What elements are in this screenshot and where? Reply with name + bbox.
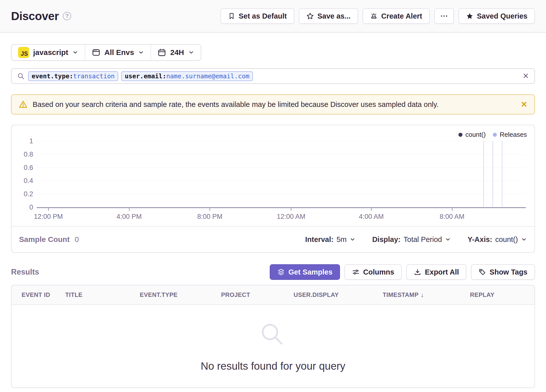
column-header-event-id[interactable]: EVENT ID [22,291,65,298]
sampled-data-warning-banner: Based on your search criteria and sample… [11,94,535,114]
tag-icon [479,268,486,276]
ellipsis-icon [440,12,448,20]
more-options-button[interactable] [434,8,454,24]
saved-queries-button[interactable]: Saved Queries [458,8,535,24]
empty-state: No results found for your query [12,305,534,388]
set-as-default-button[interactable]: Set as Default [221,8,294,24]
releases-legend-dot-icon [493,133,497,137]
gridline [37,141,526,141]
results-table-header-row: EVENT ID TITLE EVENT.TYPE PROJECT USER.D… [12,285,534,305]
count-legend-dot-icon [458,133,462,137]
x-axis-tick [129,208,129,211]
y-axis-tick-label: 0.8 [14,150,33,158]
results-header: Results Get Samples Columns Export All S… [11,264,535,280]
search-token[interactable]: event.type:transaction [28,71,118,81]
y-axis-tick-label: 0.6 [14,164,33,171]
warning-triangle-icon [19,100,28,109]
x-axis-tick [48,208,49,211]
y-axis-select[interactable]: Y-Axis: count() [467,235,527,244]
environment-filter[interactable]: All Envs [85,45,151,60]
chart-legend: count() Releases [458,131,527,139]
time-range-filter[interactable]: 24H [151,45,200,60]
x-axis-tick-label: 8:00 AM [440,213,464,221]
sample-count: Sample Count 0 [19,235,79,244]
display-select[interactable]: Display: Total Period [372,235,451,244]
chevron-down-icon [521,236,527,242]
x-axis-tick-label: 12:00 AM [277,213,305,221]
x-axis-tick [452,208,452,211]
chevron-down-icon [188,49,194,55]
legend-item-releases[interactable]: Releases [493,131,527,139]
search-token[interactable]: user.email:name.surname@email.com [121,71,253,81]
gridline [37,168,526,168]
bookmark-icon [228,13,235,20]
gridline [37,181,526,181]
export-all-button[interactable]: Export All [406,264,466,280]
sample-count-value: 0 [75,235,79,244]
warning-message: Based on your search criteria and sample… [33,100,516,109]
create-alert-button[interactable]: Create Alert [363,8,430,24]
x-axis-tick [210,208,210,211]
show-tags-button[interactable]: Show Tags [471,264,535,280]
dismiss-warning-icon[interactable]: ✕ [521,100,527,108]
star-filled-icon [466,12,473,20]
layers-icon [277,268,285,276]
x-axis-tick-label: 4:00 PM [116,213,142,221]
interval-select[interactable]: Interval: 5m [305,235,356,244]
page-filter-bar: JS javascript All Envs 24H [11,44,201,61]
save-as-button[interactable]: Save as... [299,8,358,24]
chevron-down-icon [72,49,78,55]
chart-plot-area[interactable]: 10.80.60.40.2012:00 PM4:00 PM8:00 PM12:0… [37,141,526,208]
legend-item-count[interactable]: count() [458,131,486,139]
chart-footer: Sample Count 0 Interval: 5m Display: Tot… [12,226,534,252]
clear-search-icon[interactable]: ✕ [523,72,529,80]
header-actions: Set as Default Save as... Create Alert S… [221,8,535,24]
release-marker-line [483,141,484,208]
gridline [37,194,526,194]
release-marker-line [502,141,502,208]
x-axis-tick [291,208,291,211]
x-axis-tick [371,208,372,211]
results-table: EVENT ID TITLE EVENT.TYPE PROJECT USER.D… [11,285,535,388]
project-filter-label: javascript [33,48,68,57]
calendar-icon [158,48,166,57]
chevron-down-icon [445,236,451,242]
page-header: Discover ? Set as Default Save as... Cre… [0,0,546,33]
chevron-down-icon [350,236,356,242]
column-header-title[interactable]: TITLE [65,291,140,298]
sort-descending-icon: ↓ [421,291,424,299]
results-title: Results [11,268,39,277]
column-header-event-type[interactable]: EVENT.TYPE [140,291,221,298]
x-axis-tick-label: 12:00 PM [34,213,63,221]
column-header-project[interactable]: PROJECT [221,291,294,298]
empty-state-message: No results found for your query [201,360,346,372]
empty-search-icon [259,321,287,349]
chevron-down-icon [138,49,144,55]
sliders-icon [352,268,360,276]
gridline [37,154,526,155]
get-samples-button[interactable]: Get Samples [270,264,340,280]
y-axis-tick-label: 0 [14,204,33,211]
y-axis-tick-label: 1 [14,137,33,145]
search-bar[interactable]: event.type:transaction user.email:name.s… [11,68,535,84]
release-marker-line [493,141,493,208]
column-header-user-display[interactable]: USER.DISPLAY [294,291,383,298]
page-title: Discover [11,9,59,23]
column-header-replay[interactable]: REPLAY [470,291,534,298]
column-header-timestamp[interactable]: TIMESTAMP ↓ [383,291,470,299]
help-icon[interactable]: ? [63,12,71,20]
x-axis-tick-label: 4:00 AM [359,213,384,221]
environment-filter-label: All Envs [104,48,134,57]
search-icon [17,72,25,80]
columns-button[interactable]: Columns [345,264,402,280]
star-outline-icon [306,12,314,20]
project-filter[interactable]: JS javascript [12,45,85,60]
y-axis-tick-label: 0.4 [14,177,33,185]
events-chart-card: count() Releases 10.80.60.40.2012:00 PM4… [11,125,535,253]
javascript-project-icon: JS [18,47,29,58]
time-range-filter-label: 24H [170,48,184,57]
siren-icon [370,12,378,20]
download-icon [414,268,421,276]
y-axis-tick-label: 0.2 [14,190,33,198]
search-input[interactable]: event.type:transaction user.email:name.s… [28,71,519,81]
